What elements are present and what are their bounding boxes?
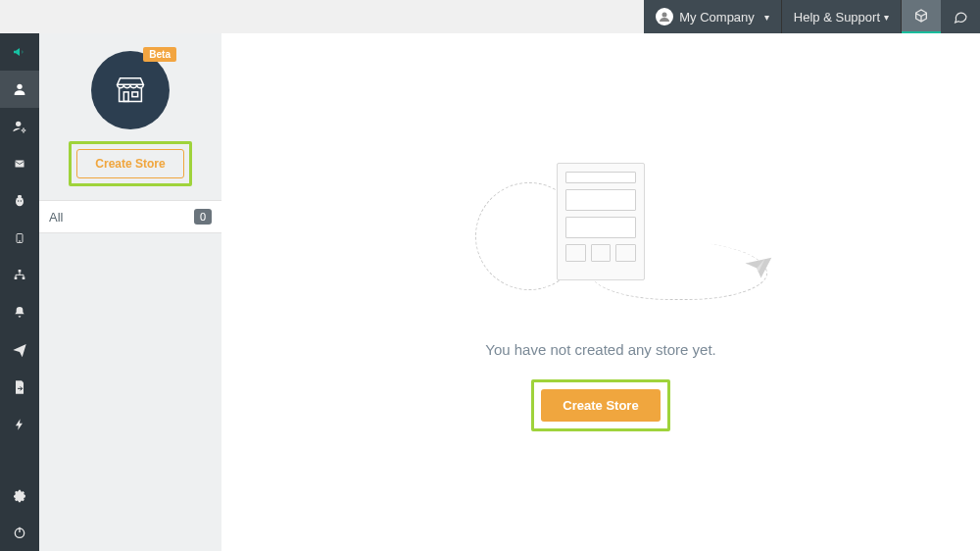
svg-rect-4 <box>16 161 24 168</box>
network-icon[interactable] <box>0 257 39 294</box>
empty-state-illustration <box>434 153 767 320</box>
create-store-main-highlight: Create Store <box>531 379 669 431</box>
paper-plane-icon[interactable] <box>0 331 39 369</box>
document-export-icon[interactable] <box>0 369 39 406</box>
document-icon <box>557 163 645 280</box>
filter-all-label: All <box>49 210 63 225</box>
svg-point-2 <box>16 122 21 126</box>
svg-rect-11 <box>19 270 22 273</box>
store-header: Beta Create Store <box>39 33 221 200</box>
storefront-icon <box>112 72 149 109</box>
svg-point-8 <box>21 200 22 201</box>
svg-rect-16 <box>123 92 128 102</box>
company-menu[interactable]: My Company ▾ <box>644 0 782 33</box>
envelope-icon[interactable] <box>0 145 39 182</box>
svg-point-5 <box>16 197 24 206</box>
create-store-button-main[interactable]: Create Store <box>541 389 660 422</box>
cube-icon-button[interactable] <box>902 0 941 33</box>
svg-rect-13 <box>23 276 25 279</box>
user-icon[interactable] <box>0 71 39 108</box>
store-circle-icon <box>91 51 170 129</box>
icon-rail <box>0 33 39 551</box>
comment-icon-button[interactable] <box>941 0 980 33</box>
filter-all-row[interactable]: All 0 <box>39 200 221 233</box>
help-menu[interactable]: Help & Support ▾ <box>782 0 902 33</box>
chevron-down-icon: ▾ <box>884 12 889 23</box>
cube-icon <box>913 8 929 24</box>
create-store-highlight: Create Store <box>69 141 191 186</box>
bolt-icon[interactable] <box>0 406 39 443</box>
power-icon[interactable] <box>0 514 39 551</box>
user-avatar-icon <box>656 8 673 25</box>
megaphone-icon[interactable] <box>0 33 39 71</box>
company-label: My Company <box>679 10 755 25</box>
bot-icon[interactable] <box>0 182 39 220</box>
chevron-down-icon: ▾ <box>764 12 769 23</box>
topbar: My Company ▾ Help & Support ▾ <box>0 0 980 33</box>
secondary-panel: Beta Create Store All 0 <box>39 33 221 551</box>
empty-state-text: You have not created any store yet. <box>485 341 715 358</box>
help-label: Help & Support <box>794 10 880 25</box>
filter-count-badge: 0 <box>194 209 212 225</box>
svg-rect-12 <box>15 276 18 279</box>
bell-icon[interactable] <box>0 294 39 331</box>
svg-point-0 <box>662 13 667 18</box>
beta-badge: Beta <box>143 47 176 62</box>
svg-point-1 <box>17 84 22 89</box>
svg-point-7 <box>18 200 19 201</box>
svg-point-10 <box>20 241 21 242</box>
svg-point-3 <box>23 129 25 132</box>
comment-icon <box>953 9 968 25</box>
svg-rect-6 <box>18 195 22 198</box>
svg-rect-17 <box>132 92 138 97</box>
main-panel: You have not created any store yet. Crea… <box>221 33 980 551</box>
mobile-icon[interactable] <box>0 220 39 257</box>
gear-icon[interactable] <box>0 476 39 514</box>
create-store-button-sidebar[interactable]: Create Store <box>76 149 183 178</box>
user-settings-icon[interactable] <box>0 108 39 145</box>
